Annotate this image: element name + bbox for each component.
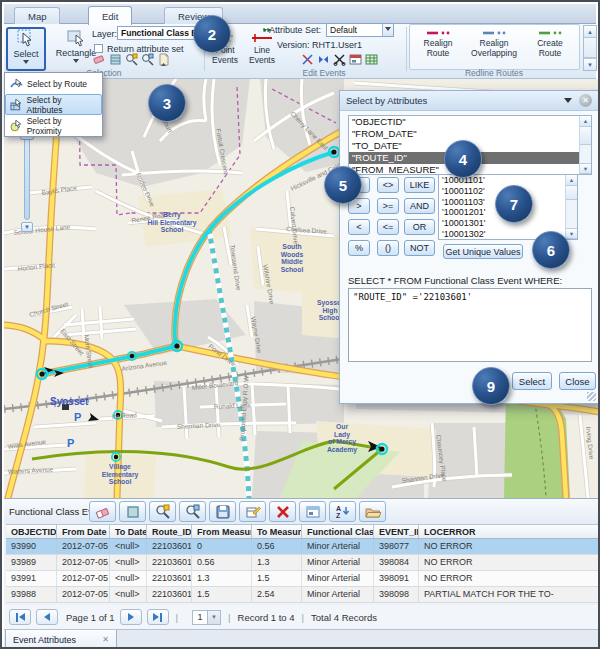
operator-button-()[interactable]: ()	[377, 240, 399, 256]
last-page-button[interactable]	[147, 609, 169, 625]
column-header-to measure[interactable]: To Measure	[252, 525, 302, 538]
table-row[interactable]: 939882012-07-05<null>221036011.52.54Mino…	[6, 587, 599, 603]
scroll-up-icon[interactable]: ▲	[566, 175, 577, 186]
selection-options-icon[interactable]	[156, 53, 170, 66]
zoom-out-icon[interactable]: ▼	[21, 222, 33, 232]
column-header-locerror[interactable]: LOCERROR	[419, 525, 599, 538]
show-related-icon[interactable]	[299, 501, 326, 522]
scroll-down-icon[interactable]: ▼	[580, 163, 591, 174]
scroll-down-icon[interactable]: ▼	[566, 228, 577, 239]
return-attribute-set-checkbox[interactable]	[94, 44, 103, 53]
operator-button-like[interactable]: LIKE	[404, 177, 435, 193]
column-header-from date[interactable]: From Date	[57, 525, 110, 538]
menu-item-label: Select by Attributes	[27, 95, 97, 115]
dialog-title-bar[interactable]: Select by Attributes ✕	[340, 91, 598, 111]
attribute-set-dropdown[interactable]	[382, 24, 393, 36]
operator-button-%[interactable]: %	[348, 240, 370, 256]
create-route-icon	[537, 28, 563, 38]
column-header-route_id[interactable]: Route_ID	[147, 525, 192, 538]
dialog-close-button[interactable]: Close	[559, 372, 596, 390]
merge-events-icon[interactable]	[316, 53, 330, 66]
values-scrollbar[interactable]: ▲ ▼	[565, 175, 577, 239]
field-list-scrollbar[interactable]: ▲ ▼	[579, 116, 591, 174]
version-label: Version: RHT1.User1	[277, 40, 362, 50]
zoom-to-selection-icon[interactable]	[149, 501, 176, 522]
page-select-dropdown-icon[interactable]: ▼	[208, 610, 221, 625]
page-select-combo[interactable]: 1 ▼	[192, 610, 221, 625]
column-header-functional class[interactable]: Functional Class	[302, 525, 374, 538]
menu-item-select-by-proximity[interactable]: Select by Proximity	[5, 115, 102, 136]
realign-route-button[interactable]: Realign Route	[412, 27, 464, 69]
operator-button-<>[interactable]: <>	[377, 177, 399, 193]
operator-button-<=[interactable]: <=	[377, 219, 399, 235]
layer-combo-value: Functional Class Event	[121, 28, 203, 38]
event-editor-icon[interactable]	[348, 53, 362, 66]
edit-attributes-icon[interactable]	[239, 501, 266, 522]
tab-close-icon[interactable]: ✕	[102, 635, 109, 644]
clear-selection-icon[interactable]	[89, 501, 116, 522]
delete-record-icon[interactable]	[269, 501, 296, 522]
clear-selection-icon[interactable]	[92, 53, 106, 66]
table-cell: 22103601	[147, 539, 192, 554]
pagination-bar: Page 1 of 1 | 1 ▼ | Record 1 to 4 | Tota…	[4, 605, 600, 629]
scrollbar-thumb[interactable]	[566, 186, 577, 200]
scrollbar-thumb[interactable]	[584, 38, 596, 58]
trim-event-icon[interactable]	[332, 53, 346, 66]
scroll-up-icon[interactable]: ▲	[584, 26, 596, 38]
attribute-set-combo[interactable]: Default	[326, 23, 394, 37]
column-header-from measure[interactable]: From Measure	[192, 525, 252, 538]
next-page-button[interactable]	[120, 609, 142, 625]
table-cell: 93990	[6, 539, 57, 554]
selection-list-icon[interactable]	[108, 53, 122, 66]
column-header-objectid[interactable]: OBJECTID	[6, 525, 57, 538]
scroll-down-icon[interactable]: ▼	[584, 58, 596, 70]
operator-button-and[interactable]: AND	[404, 198, 435, 214]
operator-button-not[interactable]: NOT	[404, 240, 435, 256]
table-header[interactable]: OBJECTIDFrom DateTo DateRoute_IDFrom Mea…	[6, 524, 599, 539]
field-item[interactable]: "FROM_DATE"	[349, 128, 591, 140]
menu-item-select-by-attributes[interactable]: Select by Attributes	[5, 94, 102, 115]
create-route-button[interactable]: Create Route	[524, 27, 576, 69]
column-header-to date[interactable]: To Date	[110, 525, 147, 538]
field-item[interactable]: "OBJECTID"	[349, 116, 591, 128]
table-row[interactable]: 939902012-07-05<null>2210360100.56Minor …	[6, 539, 599, 555]
operator-button-<[interactable]: <	[348, 219, 370, 235]
zoom-selected-icon[interactable]	[140, 53, 154, 66]
tab-map[interactable]: Map	[14, 7, 60, 25]
table-cell: 398091	[374, 571, 419, 586]
zoom-to-selection-icon[interactable]	[124, 53, 138, 66]
tab-event-attributes[interactable]: Event Attributes ✕	[5, 630, 117, 649]
select-button[interactable]: Select	[6, 27, 46, 71]
realign-overlapping-button[interactable]: Realign Overlapping	[466, 27, 522, 69]
operator-button-or[interactable]: OR	[404, 219, 435, 235]
table-options-icon[interactable]	[359, 501, 386, 522]
scrollbar-thumb[interactable]	[580, 127, 591, 145]
dialog-menu-caret-icon[interactable]	[564, 98, 572, 107]
ribbon-scrollbar[interactable]: ▲ ▼	[583, 25, 597, 71]
table-cell: 398084	[374, 555, 419, 570]
get-unique-values-button[interactable]: Get Unique Values	[443, 244, 523, 259]
tab-edit[interactable]: Edit	[88, 6, 132, 25]
dialog-close-icon[interactable]: ✕	[579, 94, 592, 107]
menu-item-select-by-route[interactable]: Select by Route	[5, 73, 102, 94]
layer-combo[interactable]: Functional Class Event	[117, 26, 203, 40]
operator-button->=[interactable]: >=	[377, 198, 399, 214]
table-cell: <null>	[110, 571, 147, 586]
table-row[interactable]: 939912012-07-05<null>221036011.31.5Minor…	[6, 571, 599, 587]
where-clause-input[interactable]: "ROUTE_ID" ='22103601'	[348, 288, 592, 362]
save-edits-icon[interactable]	[209, 501, 236, 522]
split-event-icon[interactable]	[300, 53, 314, 66]
sort-records-icon[interactable]: AZ	[329, 501, 356, 522]
dialog-resize-grip[interactable]	[587, 392, 596, 401]
scroll-up-icon[interactable]: ▲	[580, 116, 591, 127]
event-table-icon[interactable]	[364, 53, 378, 66]
map-label: SouthWoodsMiddleSchool	[281, 243, 304, 273]
column-header-event_id[interactable]: EVENT_ID	[374, 525, 419, 538]
dialog-select-button[interactable]: Select	[512, 372, 552, 390]
first-page-button[interactable]	[9, 609, 31, 625]
pan-to-selection-icon[interactable]	[179, 501, 206, 522]
prev-page-button[interactable]	[36, 609, 58, 625]
table-body: 939902012-07-05<null>2210360100.56Minor …	[6, 539, 599, 603]
table-row[interactable]: 939892012-07-05<null>221036010.561.3Mino…	[6, 555, 599, 571]
switch-selection-icon[interactable]	[119, 501, 146, 522]
